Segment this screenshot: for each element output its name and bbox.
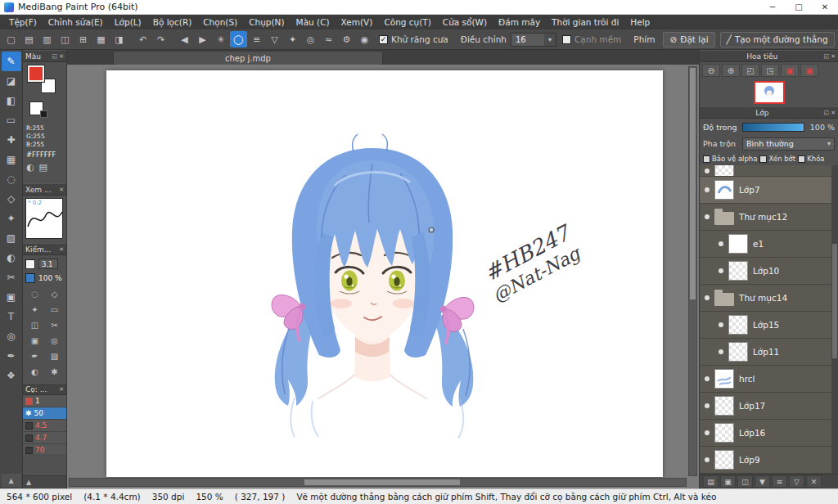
protect-alpha-checkbox[interactable]: Bảo vệ alpha <box>703 155 757 163</box>
visibility-dot[interactable] <box>705 295 710 300</box>
pixel-grid-icon[interactable]: ▦ <box>92 31 110 47</box>
menu-filter[interactable]: Bộ lọc(R) <box>147 17 198 27</box>
tool-option-icon-7[interactable]: ▣ <box>25 333 45 349</box>
tool-option-icon-12[interactable]: ✱ <box>45 364 65 380</box>
actual-size-icon[interactable]: ◳ <box>761 64 779 77</box>
redo-icon[interactable]: ↷ <box>152 31 169 47</box>
opacity-slider[interactable] <box>742 123 804 132</box>
undo-icon[interactable]: ↶ <box>134 31 151 47</box>
layer-list-scrollbar-thumb[interactable] <box>832 244 837 358</box>
rotate-right-icon[interactable]: ▶ <box>194 31 211 47</box>
menu-capture[interactable]: Chụp(N) <box>243 17 290 27</box>
tool-option-icon-10[interactable]: ▨ <box>45 349 65 364</box>
close-panel-icon[interactable]: ✕ <box>831 53 836 60</box>
text-tool[interactable]: T <box>2 307 21 326</box>
layer-row-partial[interactable] <box>700 165 831 177</box>
default-color-swatches[interactable] <box>26 100 62 124</box>
fill-tool[interactable]: ◧ <box>2 91 21 110</box>
brush-opacity-value[interactable]: 100 % <box>38 274 62 282</box>
minimize-button[interactable]: ─ <box>759 0 786 14</box>
rotate-view-icon[interactable]: ▣ <box>781 64 799 77</box>
horizontal-scrollbar[interactable] <box>69 478 687 487</box>
snap-ellipse-icon[interactable]: ◯ <box>230 31 247 47</box>
stamp-tool[interactable]: ▣ <box>2 287 21 307</box>
menu-view[interactable]: Xem(V) <box>336 17 379 27</box>
document-tab[interactable]: chep j.mdp <box>113 51 383 65</box>
visibility-dot[interactable] <box>705 187 710 192</box>
tool-option-icon-6[interactable]: ✂ <box>45 317 65 333</box>
layer-row[interactable]: Lớp17 <box>700 393 831 420</box>
menu-select[interactable]: Chọn(S) <box>197 17 243 27</box>
delete-layer-button[interactable]: ✕ <box>806 475 822 488</box>
tool-option-icon-2[interactable]: ◇ <box>45 286 65 302</box>
rotate-left-icon[interactable]: ◀ <box>176 31 193 47</box>
adjust-dropdown[interactable]: 16 ▾ <box>511 33 556 47</box>
layer-folder-row[interactable]: Thư mục14 <box>700 285 831 312</box>
layer-menu-button[interactable]: ≡ <box>772 475 787 488</box>
move-tool[interactable]: ✚ <box>2 130 21 150</box>
tool-option-icon-1[interactable]: ◌ <box>25 286 45 302</box>
brush-tool[interactable]: ✎ <box>2 52 21 71</box>
menu-window[interactable]: Cửa sổ(W) <box>437 17 493 27</box>
marquee-tool[interactable]: ◌ <box>2 169 21 189</box>
gradient-tool[interactable]: ◐ <box>2 248 21 268</box>
magic-wand-tool[interactable]: ✦ <box>2 209 21 228</box>
fit-screen-icon[interactable]: ◰ <box>741 64 759 77</box>
zoom-in-icon[interactable]: ⊕ <box>722 64 740 77</box>
close-panel-icon[interactable]: ✕ <box>59 187 64 193</box>
snap-settings-icon[interactable]: ⚙ <box>338 31 355 47</box>
snap-vanishing-icon[interactable]: ✦ <box>284 31 301 47</box>
foreground-background-swatches[interactable] <box>26 65 62 98</box>
layer-row[interactable]: Lớp11 <box>700 339 831 366</box>
layer-row[interactable]: Lớp15 <box>700 312 831 339</box>
pattern-tool[interactable]: ▨ <box>2 228 21 248</box>
visibility-dot[interactable] <box>719 241 723 246</box>
menu-timelapse[interactable]: Thời gian trôi đi <box>546 17 624 27</box>
menu-layer[interactable]: Lớp(L) <box>109 17 147 27</box>
save-icon[interactable]: ▥ <box>38 31 56 47</box>
layer-row[interactable]: e1 <box>700 231 831 258</box>
new-file-icon[interactable]: ▢ <box>2 31 20 47</box>
brush-item[interactable]: 1 <box>23 395 66 407</box>
layer-row[interactable]: hrcl <box>700 366 831 393</box>
layer-list-scrollbar[interactable] <box>831 165 838 474</box>
layer-row[interactable]: Lớp7 <box>700 177 831 204</box>
brush-curve-preview[interactable]: * 0.2 <box>25 198 63 239</box>
menu-file[interactable]: Tệp(F) <box>3 17 43 27</box>
visibility-dot[interactable] <box>705 403 710 408</box>
close-panel-icon[interactable]: ✕ <box>59 53 64 60</box>
float-panel-icon[interactable]: ◱ <box>52 53 58 60</box>
flip-view-icon[interactable]: ▣ <box>800 64 818 77</box>
brush-item-selected[interactable]: ✱ 50 <box>23 407 66 420</box>
grid-icon[interactable]: ⊞ <box>74 31 92 47</box>
menu-edit[interactable]: Chỉnh sửa(E) <box>43 17 109 27</box>
layer-row[interactable]: Lớp16 <box>700 420 831 447</box>
visibility-dot[interactable] <box>719 349 723 354</box>
tool-option-icon-3[interactable]: ✦ <box>25 302 45 317</box>
layer-folder-row[interactable]: Thư mục12 <box>700 204 831 231</box>
menu-tools[interactable]: Công cụ(T) <box>378 17 436 27</box>
vertical-scrollbar[interactable] <box>688 66 697 476</box>
lasso-tool[interactable]: ◇ <box>2 189 21 209</box>
clipping-checkbox[interactable]: Xén bớt <box>759 155 795 163</box>
visibility-dot[interactable] <box>719 322 723 327</box>
open-file-icon[interactable]: ▤ <box>20 31 38 47</box>
color-sliders-icon[interactable]: ▤ <box>39 162 47 173</box>
scissors-tool[interactable]: ✂ <box>2 268 21 287</box>
visibility-dot[interactable] <box>719 268 723 273</box>
close-panel-icon[interactable]: ✕ <box>59 246 64 253</box>
lock-checkbox[interactable]: Khóa <box>798 155 824 163</box>
collapse-strip-icon[interactable]: ▲ <box>2 474 21 487</box>
tool-option-icon-8[interactable]: ◎ <box>45 333 65 349</box>
merge-down-button[interactable]: ▼ <box>755 475 770 488</box>
move-layer-button[interactable]: ▽ <box>789 475 804 488</box>
canvas-viewport[interactable]: #HB247 @Nat-Nag <box>67 65 699 488</box>
drawing-canvas[interactable]: #HB247 @Nat-Nag <box>106 70 663 477</box>
reset-button[interactable]: ⊘ Đặt lại <box>663 32 714 47</box>
new-layer-button[interactable]: ▤ <box>703 475 719 488</box>
layer-row[interactable]: Lớp9 <box>700 447 831 474</box>
snap-radial-icon[interactable]: ◎ <box>302 31 319 47</box>
mesh-tool[interactable]: ▦ <box>2 150 21 169</box>
visibility-dot[interactable] <box>705 457 710 462</box>
visibility-dot[interactable] <box>705 169 710 173</box>
